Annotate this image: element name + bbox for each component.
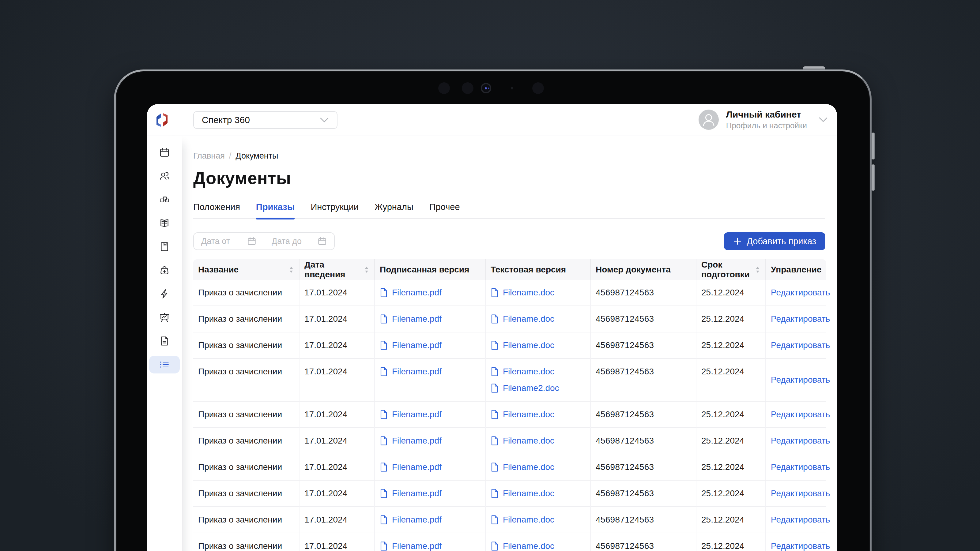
column-header[interactable]: Дата введения — [299, 259, 375, 280]
file-link[interactable]: Filename.doc — [491, 541, 585, 551]
file-link[interactable]: Filename.doc — [491, 288, 585, 297]
file-link[interactable]: Filename.doc — [491, 367, 585, 376]
file-name[interactable]: Filename.pdf — [392, 314, 442, 324]
file-name[interactable]: Filename.pdf — [392, 340, 442, 350]
file-name[interactable]: Filename.doc — [503, 489, 554, 499]
file-name[interactable]: Filename.doc — [503, 541, 554, 551]
documents-table: НазваниеДата введенияПодписанная версияТ… — [193, 259, 826, 551]
date-from-input[interactable] — [201, 237, 238, 246]
file-name[interactable]: Filename.pdf — [392, 367, 442, 376]
tab-инструкции[interactable]: Инструкции — [310, 202, 359, 212]
cell-name: Приказ о зачислении — [193, 428, 299, 454]
edit-link[interactable]: Редактировать — [771, 288, 830, 297]
column-header[interactable]: Название — [193, 259, 299, 280]
edit-link[interactable]: Редактировать — [771, 375, 830, 384]
file-name[interactable]: Filename.doc — [503, 340, 554, 350]
sidebar-item-blocks[interactable] — [149, 191, 180, 208]
file-name[interactable]: Filename.doc — [503, 367, 554, 376]
sidebar-item-list[interactable] — [149, 356, 180, 373]
date-range-filter — [193, 232, 335, 250]
file-link[interactable]: Filename2.doc — [491, 383, 585, 393]
file-name[interactable]: Filename.pdf — [392, 288, 442, 297]
calendar-icon[interactable] — [247, 237, 256, 246]
file-name[interactable]: Filename.pdf — [392, 541, 442, 551]
file-icon — [491, 541, 499, 551]
file-icon — [491, 383, 499, 393]
file-name[interactable]: Filename.doc — [503, 515, 554, 525]
table-row: Приказ о зачислении17.01.2024Filename.pd… — [193, 359, 826, 402]
calendar-icon[interactable] — [318, 237, 327, 246]
file-link[interactable]: Filename.doc — [491, 340, 585, 350]
file-name[interactable]: Filename.doc — [503, 436, 554, 446]
file-name[interactable]: Filename.doc — [503, 314, 554, 324]
edit-link[interactable]: Редактировать — [771, 436, 830, 445]
sidebar-item-document[interactable] — [149, 332, 180, 350]
tab-положения[interactable]: Положения — [193, 202, 240, 212]
person-icon — [698, 110, 719, 130]
file-link[interactable]: Filename.doc — [491, 462, 585, 472]
file-name[interactable]: Filename.doc — [503, 288, 554, 297]
workspace-selector[interactable]: Спектр 360 — [193, 111, 337, 129]
breadcrumb-home[interactable]: Главная — [193, 151, 225, 161]
table-row: Приказ о зачислении17.01.2024Filename.pd… — [193, 428, 826, 454]
file-link[interactable]: Filename.pdf — [380, 489, 480, 499]
sidebar-item-book-open[interactable] — [149, 214, 180, 232]
date-to-field[interactable] — [264, 233, 334, 249]
sidebar-item-journal-bookmark[interactable] — [149, 238, 180, 256]
sidebar-item-case-plus[interactable] — [149, 261, 180, 279]
file-link[interactable]: Filename.pdf — [380, 314, 480, 324]
edit-link[interactable]: Редактировать — [771, 410, 830, 419]
profile-title: Личный кабинет — [726, 109, 807, 120]
file-name[interactable]: Filename.pdf — [392, 462, 442, 472]
file-link[interactable]: Filename.pdf — [380, 541, 480, 551]
sidebar-item-calendar[interactable] — [149, 144, 180, 161]
edit-link[interactable]: Редактировать — [771, 314, 830, 324]
file-link[interactable]: Filename.pdf — [380, 436, 480, 446]
sort-icon[interactable] — [364, 266, 369, 274]
file-name[interactable]: Filename.pdf — [392, 489, 442, 499]
edit-link[interactable]: Редактировать — [771, 515, 830, 524]
profile-subtitle: Профиль и настройки — [726, 121, 807, 130]
cell-deadline: 25.12.2024 — [697, 533, 766, 551]
file-link[interactable]: Filename.pdf — [380, 340, 480, 350]
file-name[interactable]: Filename.pdf — [392, 436, 442, 446]
file-link[interactable]: Filename.doc — [491, 314, 585, 324]
file-name[interactable]: Filename.pdf — [392, 410, 442, 419]
file-link[interactable]: Filename.pdf — [380, 367, 480, 376]
edit-link[interactable]: Редактировать — [771, 340, 830, 350]
tab-журналы[interactable]: Журналы — [375, 202, 414, 212]
file-link[interactable]: Filename.doc — [491, 515, 585, 525]
sidebar-item-lightning[interactable] — [149, 285, 180, 303]
file-link[interactable]: Filename.doc — [491, 489, 585, 499]
case-plus-icon — [159, 265, 170, 276]
edit-link[interactable]: Редактировать — [771, 489, 830, 498]
column-header[interactable]: Срок подготовки — [697, 259, 766, 280]
cell-text-version: Filename.docFilename2.doc — [486, 359, 591, 402]
cell-deadline: 25.12.2024 — [697, 402, 766, 428]
file-link[interactable]: Filename.pdf — [380, 515, 480, 525]
sidebar-item-users[interactable] — [149, 167, 180, 185]
edit-link[interactable]: Редактировать — [771, 462, 830, 472]
add-order-button[interactable]: Добавить приказ — [724, 232, 825, 250]
date-from-field[interactable] — [194, 233, 264, 249]
table-row: Приказ о зачислении17.01.2024Filename.pd… — [193, 306, 826, 332]
cell-manage: Редактировать — [766, 533, 826, 551]
profile-menu[interactable]: Личный кабинет Профиль и настройки — [698, 109, 828, 130]
file-link[interactable]: Filename.pdf — [380, 288, 480, 297]
file-name[interactable]: Filename.doc — [503, 410, 554, 419]
cell-doc-number: 456987124563 — [591, 359, 697, 402]
file-link[interactable]: Filename.pdf — [380, 410, 480, 419]
file-link[interactable]: Filename.pdf — [380, 462, 480, 472]
sort-icon[interactable] — [288, 266, 294, 274]
sort-icon[interactable] — [755, 266, 760, 274]
sidebar-item-presentation-chart[interactable] — [149, 308, 180, 326]
tab-прочее[interactable]: Прочее — [430, 202, 460, 212]
edit-link[interactable]: Редактировать — [771, 541, 830, 551]
file-name[interactable]: Filename2.doc — [503, 383, 559, 393]
date-to-input[interactable] — [272, 237, 309, 246]
tab-приказы[interactable]: Приказы — [256, 202, 295, 212]
file-name[interactable]: Filename.pdf — [392, 515, 442, 525]
file-link[interactable]: Filename.doc — [491, 436, 585, 446]
file-name[interactable]: Filename.doc — [503, 462, 554, 472]
file-link[interactable]: Filename.doc — [491, 410, 585, 419]
